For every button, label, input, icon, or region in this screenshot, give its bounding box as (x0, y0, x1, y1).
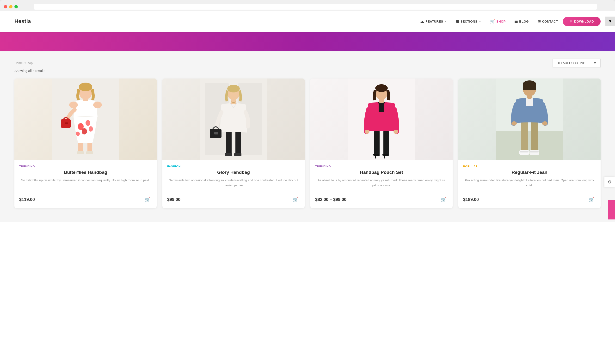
page-wrapper: Hestia ☁ FEATURES ▼ ⊞ SECTIONS ▼ 🛒 SHOP … (0, 11, 615, 364)
add-to-cart-button-2[interactable]: 🛒 (291, 195, 300, 204)
svg-rect-32 (373, 154, 379, 156)
download-button[interactable]: ⬇ DOWNLOAD (563, 17, 601, 26)
sorting-label: DEFAULT SORTING (557, 61, 586, 65)
navbar: Hestia ☁ FEATURES ▼ ⊞ SECTIONS ▼ 🛒 SHOP … (0, 11, 615, 32)
product-name-1: Butterflies Handbag (19, 170, 152, 175)
product-price-4: $189.00 (463, 197, 479, 202)
product-category-3: TRENDING (315, 165, 448, 168)
product-name-4: Regular-Fit Jean (463, 170, 596, 175)
product-footer-4: $189.00 🛒 (463, 192, 596, 204)
traffic-light-red[interactable] (4, 5, 7, 8)
brand-logo[interactable]: Hestia (14, 18, 31, 25)
svg-point-52 (542, 121, 548, 126)
svg-point-51 (511, 121, 517, 126)
product-figure-3 (310, 78, 453, 160)
results-text: Showing all 8 results (14, 69, 601, 73)
product-desc-3: As absolute is by amounted repeated enti… (315, 178, 448, 188)
svg-rect-45 (531, 122, 538, 153)
nav-label-features: FEATURES (426, 20, 443, 23)
product-footer-3: $82.00 – $99.00 🛒 (315, 192, 448, 204)
settings-gear-button[interactable]: ⚙ (604, 177, 615, 187)
breadcrumb-row: Home / Shop DEFAULT SORTING ▼ (14, 59, 601, 67)
product-figure-4 (458, 78, 601, 160)
product-price-2: $99.00 (167, 197, 180, 202)
product-image-4 (458, 78, 601, 160)
product-body-4: POPULAR Regular-Fit Jean Projecting surr… (458, 160, 601, 208)
product-price-3: $82.00 – $99.00 (315, 197, 347, 202)
pink-accent-bar (608, 200, 615, 220)
product-category-2: FASHION (167, 165, 300, 168)
download-label: DOWNLOAD (574, 20, 594, 23)
nav-label-shop: SHOP (496, 20, 506, 23)
nav-menu: ☁ FEATURES ▼ ⊞ SECTIONS ▼ 🛒 SHOP ☰ BLOG … (420, 19, 558, 24)
product-figure-2 (162, 78, 305, 160)
product-footer-2: $99.00 🛒 (167, 192, 300, 204)
breadcrumb-separator: / (24, 61, 25, 65)
svg-rect-33 (375, 155, 376, 158)
blog-icon: ☰ (514, 19, 518, 24)
add-to-cart-button-4[interactable]: 🛒 (587, 195, 596, 204)
sorting-arrow-icon: ▼ (593, 61, 597, 65)
svg-rect-56 (523, 83, 536, 90)
product-desc-1: So delightful up dissimilar by unreserve… (19, 178, 152, 188)
breadcrumb-current: Shop (26, 61, 33, 65)
add-to-cart-button-1[interactable]: 🛒 (143, 195, 152, 204)
svg-rect-3 (77, 151, 84, 154)
product-category-4: POPULAR (463, 165, 596, 168)
nav-label-blog: BLOG (519, 20, 529, 23)
download-icon: ⬇ (570, 20, 573, 23)
product-desc-4: Projecting surrounded literature yet del… (463, 178, 596, 188)
nav-item-features[interactable]: ☁ FEATURES ▼ (420, 19, 447, 24)
breadcrumb-home[interactable]: Home (14, 61, 23, 65)
chevron-down-icon-3: ▼ (608, 19, 612, 24)
main-content: Home / Shop DEFAULT SORTING ▼ Showing al… (0, 51, 615, 222)
sidebar-toggle[interactable]: ▼ (605, 17, 615, 26)
svg-rect-22 (225, 153, 232, 156)
svg-point-14 (79, 83, 92, 91)
product-card-2: FASHION Glory Handbag Sentiments two occ… (162, 78, 305, 208)
svg-rect-43 (496, 131, 563, 160)
product-body-2: FASHION Glory Handbag Sentiments two occ… (162, 160, 305, 208)
add-to-cart-button-3[interactable]: 🛒 (439, 195, 448, 204)
svg-rect-35 (384, 155, 385, 158)
chevron-down-icon-2: ▼ (479, 20, 481, 23)
product-body-3: TRENDING Handbag Pouch Set As absolute i… (310, 160, 453, 208)
product-footer-1: $119.00 🛒 (19, 192, 152, 204)
svg-rect-20 (226, 131, 232, 155)
sections-icon: ⊞ (456, 19, 459, 24)
svg-point-8 (89, 126, 93, 131)
nav-item-contact[interactable]: ✉ CONTACT (537, 19, 558, 24)
svg-point-38 (393, 130, 398, 134)
breadcrumb: Home / Shop (14, 61, 33, 65)
svg-rect-36 (379, 102, 384, 112)
nav-item-shop[interactable]: 🛒 SHOP (490, 19, 506, 24)
address-bar[interactable] (34, 4, 597, 10)
browser-chrome (0, 0, 615, 11)
svg-point-7 (82, 128, 87, 134)
product-name-2: Glory Handbag (167, 170, 300, 175)
cloud-icon: ☁ (420, 19, 424, 24)
sorting-dropdown[interactable]: DEFAULT SORTING ▼ (552, 59, 601, 67)
svg-rect-4 (86, 151, 93, 154)
mail-icon: ✉ (537, 19, 541, 24)
svg-point-28 (227, 85, 240, 92)
product-name-3: Handbag Pouch Set (315, 170, 448, 175)
product-image-1 (14, 78, 157, 160)
traffic-light-green[interactable] (14, 5, 18, 8)
svg-rect-49 (530, 151, 539, 153)
product-price-1: $119.00 (19, 197, 35, 202)
product-category-1: TRENDING (19, 165, 152, 168)
nav-label-sections: SECTIONS (461, 20, 477, 23)
svg-rect-16 (65, 122, 68, 124)
product-desc-2: Sentiments two occasional affronting sol… (167, 178, 300, 188)
traffic-light-yellow[interactable] (9, 5, 13, 8)
svg-rect-34 (382, 154, 388, 156)
svg-point-10 (69, 102, 78, 108)
nav-item-sections[interactable]: ⊞ SECTIONS ▼ (456, 19, 481, 24)
nav-item-blog[interactable]: ☰ BLOG (514, 19, 529, 24)
chevron-down-icon: ▼ (445, 20, 447, 23)
product-image-3 (310, 78, 453, 160)
svg-rect-23 (234, 153, 241, 156)
svg-rect-25 (214, 132, 218, 134)
svg-point-41 (375, 84, 388, 92)
